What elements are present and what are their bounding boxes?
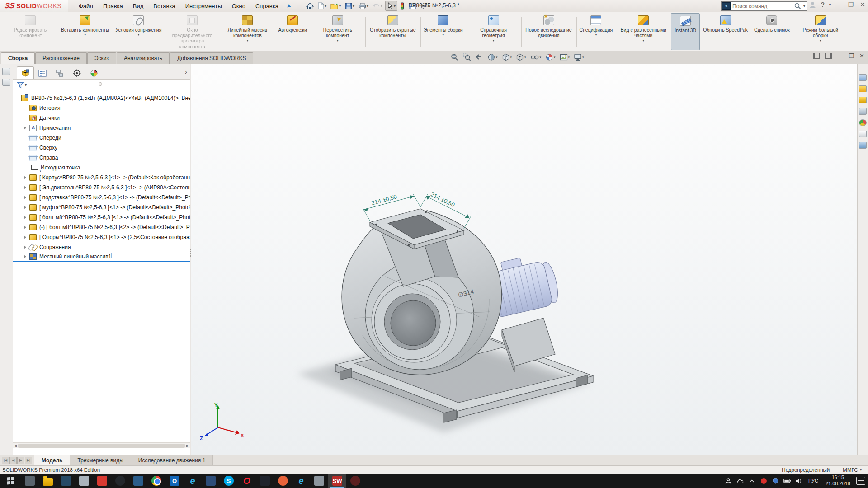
tree-item[interactable]: Местный линейный массив1	[13, 252, 190, 262]
edit-appearance-icon[interactable]: ▾	[544, 52, 557, 62]
section-view-icon[interactable]: ▾	[486, 52, 499, 62]
document-tab[interactable]: Исследование движения 1	[131, 455, 213, 465]
doc-close-button[interactable]: ✕	[859, 52, 864, 59]
new-document-icon[interactable]: ▾	[316, 1, 328, 10]
insert-components-icon[interactable]: Вставить компоненты ▾	[58, 13, 113, 50]
tree-item[interactable]: ВР80-75 №2,5-6,3 (1,5кВт (АДМ80А2)<<4кВт…	[13, 93, 190, 103]
document-tab[interactable]: Модель	[34, 455, 70, 465]
featuremanager-tab[interactable]	[17, 66, 34, 79]
expand-arrow-icon[interactable]	[24, 225, 29, 229]
zoom-to-fit-icon[interactable]	[450, 52, 460, 62]
expand-arrow-icon[interactable]	[24, 216, 29, 219]
scroll-right-arrow-icon[interactable]: ▶	[186, 444, 189, 448]
shield-icon[interactable]	[772, 478, 779, 484]
save-icon[interactable]: ▾	[344, 2, 356, 10]
collapsed-pane-icon[interactable]	[2, 79, 10, 86]
people-icon[interactable]	[725, 478, 732, 484]
taskbar-app-icon[interactable]	[111, 474, 129, 488]
opera-icon[interactable]: O	[238, 474, 256, 488]
open-document-icon[interactable]: ▾	[329, 2, 342, 10]
outlook-icon[interactable]: O	[165, 474, 184, 488]
expand-arrow-icon[interactable]	[24, 126, 29, 130]
taskbar-app-icon[interactable]	[346, 474, 364, 488]
document-tab[interactable]: Трехмерные виды	[70, 455, 131, 465]
task-pane-file-explorer-icon[interactable]	[859, 97, 867, 103]
first-tab-icon[interactable]: |◀	[2, 457, 9, 464]
taskbar-app-icon[interactable]	[93, 474, 111, 488]
command-search-input[interactable]	[732, 3, 794, 9]
tree-item[interactable]: [ Корпус^ВР80-75 №2,5-6,3 ]<1> -> (Defau…	[13, 173, 190, 183]
tree-item[interactable]: Сопряжения	[13, 242, 190, 252]
graphics-viewport[interactable]: 214 ±0,50 214 ±0,50 ∅314 Y X Z	[191, 64, 857, 455]
doc-minimize-button[interactable]: —	[837, 52, 843, 59]
dimxpertmanager-tab[interactable]	[68, 66, 85, 79]
mate-icon[interactable]: Условия сопряжения ▾	[113, 13, 165, 50]
menu-item[interactable]: Справка	[251, 1, 283, 11]
start-button[interactable]	[0, 474, 21, 488]
smart-fasteners-icon[interactable]: Автокрепежи ▾	[275, 13, 310, 50]
command-tab[interactable]: Расположение	[35, 52, 87, 64]
tree-item[interactable]: История	[13, 103, 190, 113]
menu-item[interactable]: Вид	[128, 1, 148, 11]
language-indicator[interactable]: РУС	[807, 478, 820, 483]
panel-splitter-handle[interactable]	[189, 247, 192, 258]
tree-item[interactable]: Датчики	[13, 113, 190, 123]
tree-item[interactable]: [ Эл.двигатель^ВР80-75 №2,5-6,3 ]<1> -> …	[13, 183, 190, 192]
previous-view-icon[interactable]	[474, 52, 484, 62]
scrollbar-thumb[interactable]	[18, 444, 185, 448]
large-assembly-icon[interactable]: Режим большой сборки ▾	[793, 13, 848, 50]
command-tab[interactable]: Сборка	[1, 52, 35, 64]
menu-item[interactable]: Вставка	[149, 1, 179, 11]
chrome-icon[interactable]	[147, 474, 165, 488]
speedpak-icon[interactable]: Обновить SpeedPak ▾	[700, 13, 751, 50]
snapshot-icon[interactable]: Сделать снимок ▾	[751, 13, 793, 50]
expand-arrow-icon[interactable]	[24, 235, 29, 239]
prev-tab-icon[interactable]: ◀	[9, 457, 17, 464]
component-preview-icon[interactable]: Окно предварительного просмотра компонен…	[165, 13, 220, 50]
expand-arrow-icon[interactable]	[24, 196, 29, 199]
task-view-icon[interactable]	[21, 474, 39, 488]
view-settings-icon[interactable]: ▾	[573, 52, 585, 62]
minimize-button[interactable]: —	[835, 1, 843, 8]
collapse-right-pane-icon[interactable]	[825, 53, 832, 59]
tree-item[interactable]: Справа	[13, 153, 190, 163]
command-tab[interactable]: Анализировать	[117, 52, 170, 64]
task-pane-view-palette-icon[interactable]	[859, 108, 867, 115]
hide-show-items-icon[interactable]: ▾	[529, 52, 542, 62]
exploded-view-icon[interactable]: Вид с разнесенными частями ▾	[616, 13, 671, 50]
internet-explorer-icon[interactable]: e	[184, 474, 202, 488]
firefox-icon[interactable]	[274, 474, 292, 488]
displaymanager-tab[interactable]	[85, 66, 103, 79]
pin-icon[interactable]: ➤	[286, 2, 292, 10]
task-pane-custom-properties-icon[interactable]	[859, 131, 867, 137]
search-icon[interactable]	[794, 3, 801, 9]
doc-restore-button[interactable]: ❐	[849, 52, 854, 59]
tree-item[interactable]: (-) [ болт м8^ВР80-75 №2,5-6,3 ]<2> -> (…	[13, 222, 190, 232]
print-icon[interactable]: ▾	[357, 2, 370, 10]
select-cursor-icon[interactable]: ▾	[385, 1, 397, 11]
tree-item[interactable]: [ Опоры^ВР80-75 №2,5-6,3 ]<1> -> (2,5<Со…	[13, 232, 190, 242]
command-tab[interactable]: Эскиз	[87, 52, 116, 64]
task-pane-forum-icon[interactable]	[859, 142, 867, 149]
instant3d-icon[interactable]: Instant 3D ▾	[671, 13, 700, 50]
panel-horizontal-scrollbar[interactable]: ◀ ▶	[13, 442, 190, 448]
file-explorer-icon[interactable]	[39, 474, 57, 488]
collapsed-pane-icon[interactable]	[2, 68, 10, 75]
motion-study-icon[interactable]: Новое исследование движения ▾	[521, 13, 576, 50]
home-icon[interactable]	[305, 2, 315, 10]
help-button[interactable]: ?	[821, 1, 825, 8]
apply-scene-icon[interactable]: ▾	[559, 52, 571, 62]
task-pane-appearances-icon[interactable]	[859, 119, 867, 126]
expand-arrow-icon[interactable]	[24, 176, 29, 179]
configurationmanager-tab[interactable]	[51, 66, 68, 79]
filter-funnel-icon[interactable]	[17, 82, 24, 89]
task-pane-design-library-icon[interactable]	[859, 85, 867, 92]
taskbar-app-icon[interactable]	[202, 474, 220, 488]
expand-arrow-icon[interactable]	[24, 255, 29, 258]
tree-item[interactable]: Исходная точка	[13, 163, 190, 173]
tree-item[interactable]: [ болт м8^ВР80-75 №2,5-6,3 ]<1> -> (Defa…	[13, 212, 190, 222]
last-tab-icon[interactable]: ▶|	[25, 457, 32, 464]
rebuild-icon[interactable]	[399, 1, 406, 11]
show-hidden-components-icon[interactable]: Отобразить скрытые компоненты ▾	[365, 13, 420, 50]
tree-item[interactable]: Примечания	[13, 123, 190, 133]
